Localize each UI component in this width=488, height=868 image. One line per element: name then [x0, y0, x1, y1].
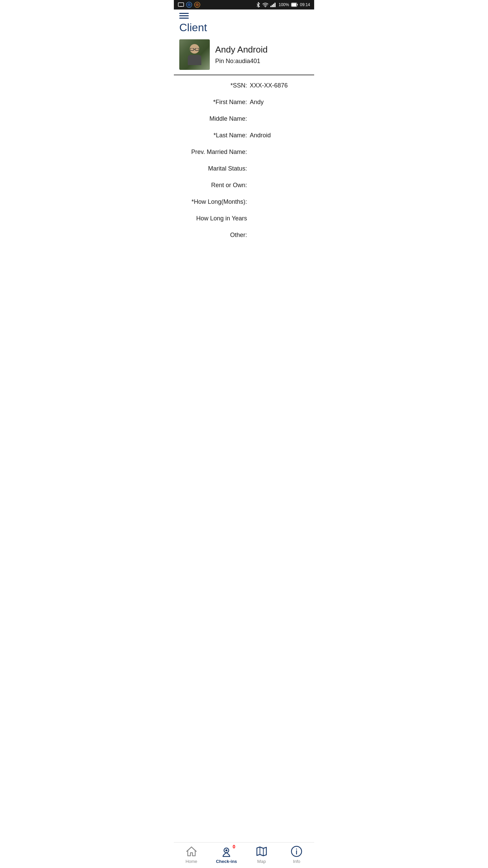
time-display: 09:14: [300, 2, 310, 7]
battery-icon: [291, 3, 298, 7]
how-long-months-row: *How Long(Months):: [179, 198, 309, 205]
first-name-row: *First Name: Andy: [179, 99, 309, 106]
avatar: [179, 39, 210, 70]
how-long-years-row: How Long in Years: [179, 215, 309, 222]
client-pin: Pin No:audia401: [215, 58, 309, 65]
prev-married-name-row: Prev. Married Name:: [179, 149, 309, 156]
last-name-value: Android: [250, 132, 309, 139]
app-header: Client: [174, 9, 314, 39]
svg-rect-9: [272, 5, 273, 7]
svg-rect-14: [190, 48, 194, 51]
badge-icon-1: [186, 2, 192, 8]
menu-line-1: [179, 13, 189, 14]
first-name-value: Andy: [250, 99, 309, 106]
last-name-row: *Last Name: Android: [179, 132, 309, 139]
avatar-body: [188, 55, 201, 65]
ssn-row: *SSN: XXX-XX-6876: [179, 82, 309, 89]
signal-icon: [270, 2, 277, 7]
form-section: *SSN: XXX-XX-6876 *First Name: Andy Midd…: [174, 82, 314, 275]
middle-name-row: Middle Name:: [179, 115, 309, 122]
rent-or-own-row: Rent or Own:: [179, 182, 309, 189]
svg-point-4: [187, 3, 191, 6]
badge-icon-2: [194, 2, 200, 8]
avatar-person: [188, 44, 201, 65]
pin-value: audia401: [235, 58, 260, 64]
menu-button[interactable]: [179, 13, 189, 19]
svg-rect-13: [291, 3, 296, 6]
last-name-label: *Last Name:: [179, 132, 247, 139]
avatar-glasses: [190, 48, 199, 51]
avatar-head: [190, 44, 199, 54]
svg-rect-11: [274, 3, 276, 7]
marital-status-row: Marital Status:: [179, 165, 309, 172]
svg-rect-8: [270, 6, 271, 7]
ssn-label: *SSN:: [179, 82, 247, 89]
rent-or-own-label: Rent or Own:: [179, 182, 247, 189]
svg-rect-0: [178, 3, 184, 6]
prev-married-name-label: Prev. Married Name:: [179, 149, 247, 156]
status-bar-right: 100% 09:14: [256, 2, 310, 7]
other-row: Other:: [179, 232, 309, 239]
svg-point-7: [265, 6, 266, 7]
how-long-years-label: How Long in Years: [179, 215, 247, 222]
menu-line-3: [179, 18, 189, 19]
svg-rect-10: [273, 4, 274, 7]
other-label: Other:: [179, 232, 247, 239]
client-name: Andy Android: [215, 44, 309, 55]
bluetooth-icon: [256, 2, 260, 7]
profile-divider: [174, 75, 314, 75]
battery-level: 100%: [279, 2, 289, 7]
first-name-label: *First Name:: [179, 99, 247, 106]
status-bar-left: [178, 2, 200, 8]
page-title: Client: [179, 21, 309, 34]
middle-name-label: Middle Name:: [179, 115, 247, 122]
svg-point-6: [196, 3, 199, 6]
menu-line-2: [179, 15, 189, 16]
form-fields: *SSN: XXX-XX-6876 *First Name: Andy Midd…: [174, 82, 314, 239]
screen-icon: [178, 2, 184, 7]
how-long-months-label: *How Long(Months):: [179, 198, 247, 205]
ssn-value: XXX-XX-6876: [250, 82, 309, 89]
pin-label: Pin No:: [215, 58, 235, 64]
svg-rect-15: [195, 48, 199, 51]
client-info: Andy Android Pin No:audia401: [215, 44, 309, 65]
status-bar: 100% 09:14: [174, 0, 314, 9]
wifi-icon: [262, 2, 268, 7]
client-profile: Andy Android Pin No:audia401: [174, 39, 314, 75]
marital-status-label: Marital Status:: [179, 165, 247, 172]
